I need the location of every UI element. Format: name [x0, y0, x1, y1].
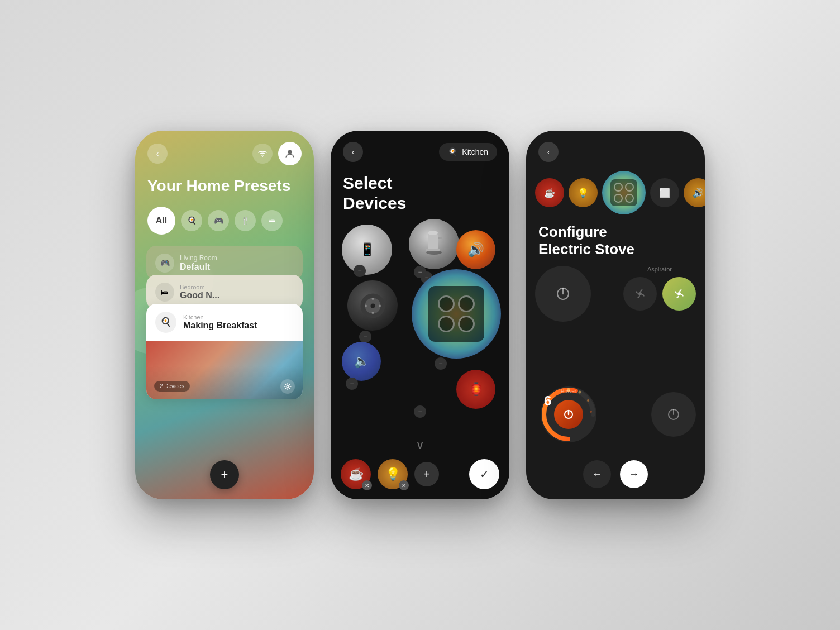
power-center-icon	[562, 408, 575, 421]
smartspk-device-bubble[interactable]: 🔈	[342, 342, 381, 381]
kitchen-tab-label: Kitchen	[462, 147, 488, 156]
power-off-button[interactable]	[535, 266, 591, 322]
svg-point-24	[587, 399, 589, 402]
speaker-minus-btn[interactable]: −	[414, 266, 426, 278]
page-title: Your Home Presets	[135, 171, 314, 207]
ac-minus-btn[interactable]: −	[354, 265, 366, 277]
devices-count-badge: 2 Devices	[154, 381, 190, 392]
power-dial[interactable]: Power 6	[535, 381, 602, 448]
fan-off-button[interactable]	[623, 277, 657, 311]
kitchen-preset-name: Making Breakfast	[183, 321, 257, 331]
svg-rect-7	[426, 249, 440, 251]
speaker-device-bubble[interactable]: 🔊	[456, 230, 495, 269]
kettle-icon	[420, 227, 448, 261]
device-icon-4[interactable]: ⬜	[650, 178, 679, 207]
back-button[interactable]: ‹	[147, 144, 168, 164]
select-devices-title: SelectDevices	[331, 162, 509, 213]
filter-all[interactable]: All	[147, 207, 175, 235]
power-number: Power	[561, 385, 576, 395]
fan-active-icon	[672, 287, 686, 301]
back-button-2[interactable]: ‹	[343, 142, 363, 162]
svg-point-5	[428, 231, 438, 235]
add-preset-button[interactable]: +	[210, 460, 239, 489]
settings-button[interactable]	[280, 379, 295, 394]
svg-point-17	[638, 292, 642, 295]
profile-button[interactable]	[278, 142, 302, 165]
profile-icon	[285, 149, 295, 159]
filter-gaming-icon: 🎮	[214, 216, 223, 225]
add-device-icon: +	[423, 468, 430, 481]
next-icon: →	[629, 469, 639, 480]
kitchen-tab[interactable]: 🍳 Kitchen	[439, 143, 497, 161]
back-button-3[interactable]: ‹	[538, 142, 559, 162]
svg-point-11	[371, 298, 374, 300]
add-icon: +	[221, 467, 228, 482]
device-5-emoji: 🔊	[693, 188, 704, 198]
phone-select-devices: ‹ 🍳 Kitchen SelectDevices 📱 −	[331, 131, 509, 499]
filter-bedroom-icon: 🛏	[268, 216, 276, 225]
selected-coffeemachine[interactable]: ☕ ✕	[341, 459, 371, 489]
kettle-device-bubble[interactable]	[409, 219, 459, 269]
next-button[interactable]: →	[620, 460, 648, 488]
filter-gaming[interactable]: 🎮	[208, 210, 229, 231]
device-icon-1[interactable]: ☕	[535, 178, 564, 207]
device-1-emoji: ☕	[544, 188, 555, 198]
svg-point-1	[288, 150, 292, 154]
filter-kitchen[interactable]: 🍳	[181, 210, 202, 231]
svg-point-3	[426, 250, 442, 255]
smartspk-minus-btn[interactable]: −	[346, 378, 358, 390]
configure-title: ConfigureElectric Stove	[526, 214, 705, 266]
filter-dining[interactable]: 🍴	[235, 210, 256, 231]
scroll-down-indicator: ∨	[416, 438, 424, 452]
svg-rect-6	[438, 237, 442, 239]
remove-lamp-btn[interactable]: ✕	[399, 480, 409, 490]
remove-coffeemachine-btn[interactable]: ✕	[362, 480, 372, 490]
vacuum-minus-btn[interactable]: −	[359, 331, 371, 343]
aspirator-label: Aspirator	[647, 266, 672, 273]
device-icon-5[interactable]: 🔊	[684, 178, 705, 207]
selected-lamp[interactable]: 💡 ✕	[378, 459, 408, 489]
bedroom-room-label: Bedroom	[180, 284, 219, 290]
svg-point-10	[370, 303, 375, 308]
back-icon-3: ‹	[547, 147, 550, 156]
svg-point-14	[379, 304, 381, 307]
kitchen-icon: 🍳	[155, 312, 176, 333]
wifi-button[interactable]	[252, 144, 273, 164]
svg-point-23	[579, 391, 581, 394]
confirm-selection-button[interactable]: ✓	[469, 459, 499, 489]
right-power-button[interactable]	[651, 392, 696, 437]
svg-rect-4	[428, 233, 438, 251]
appliance-minus-btn[interactable]: −	[414, 405, 426, 418]
prev-button[interactable]: ←	[583, 460, 611, 488]
filter-all-label: All	[156, 216, 167, 226]
ac-device-bubble[interactable]: 📱	[342, 225, 392, 275]
filter-dining-icon: 🍴	[241, 216, 250, 225]
device-icon-active[interactable]	[602, 171, 646, 214]
kitchen-tab-icon: 🍳	[448, 147, 457, 156]
bedroom-preset-name: Good N...	[180, 290, 219, 300]
filter-bedroom[interactable]: 🛏	[261, 210, 283, 231]
fan-on-button[interactable]	[662, 277, 696, 311]
add-device-button[interactable]: +	[414, 462, 439, 486]
vacuum-device-bubble[interactable]	[347, 280, 398, 331]
kitchen-room-label: Kitchen	[183, 314, 257, 321]
power-off-icon	[554, 285, 572, 303]
back-icon-2: ‹	[352, 147, 355, 156]
svg-point-0	[262, 156, 263, 157]
gaming-preset-name: Default	[180, 262, 217, 272]
stove-minus-btn[interactable]: −	[435, 357, 447, 370]
settings-icon	[284, 383, 292, 390]
gaming-room-label: Living Room	[180, 254, 217, 262]
right-power-icon	[666, 407, 681, 422]
device-icon-2[interactable]: 💡	[569, 178, 598, 207]
power-value-display: 6	[544, 393, 551, 409]
phone-home-presets: ‹	[135, 131, 314, 499]
phone-configure-stove: ‹ ☕ 💡	[526, 131, 705, 499]
vacuum-icon	[357, 290, 388, 321]
device-4-emoji: ⬜	[659, 188, 670, 198]
svg-point-18	[677, 292, 681, 295]
stove-device-bubble[interactable]	[412, 269, 501, 359]
svg-point-13	[365, 304, 367, 307]
appliance-device-bubble[interactable]: 🏮	[456, 370, 495, 409]
power-center-button[interactable]	[554, 400, 583, 429]
